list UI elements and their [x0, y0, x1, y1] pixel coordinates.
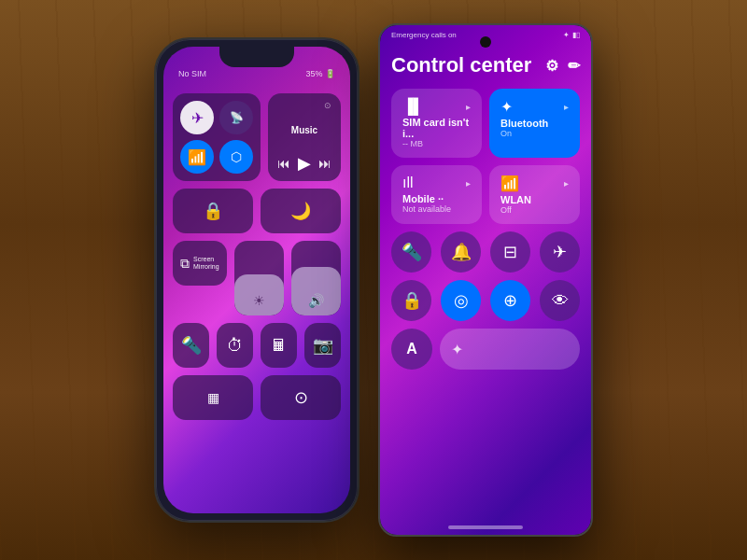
iphone-screen: No SIM 35% 🔋 ✈ 📡 📶 ⬡ ⊙	[163, 47, 350, 513]
lock-quick-button[interactable]: 🔒	[391, 280, 431, 321]
camera-button[interactable]: 📷	[304, 323, 341, 368]
wlan-arrow: ▸	[564, 178, 569, 189]
music-controls: ⏮ ▶ ⏭	[277, 153, 331, 174]
airplane-quick-button[interactable]: ✈	[540, 231, 580, 273]
translate-button[interactable]: ⊟	[490, 231, 530, 273]
android-device: Emergency calls on ✦ ▮▯ Control center ⚙…	[378, 23, 593, 537]
font-size-button[interactable]: A	[391, 329, 432, 370]
battery-status-icon: ▮▯	[572, 31, 580, 39]
sim-arrow: ▸	[466, 102, 471, 112]
mobile-data-tile[interactable]: ıll ▸ Mobile ·· Not available	[391, 165, 482, 224]
wifi-icon: 📶	[500, 175, 519, 192]
screen-mirroring-button[interactable]: ⧉ ScreenMirroring	[173, 241, 227, 286]
dnd-button[interactable]: ⊕	[490, 280, 530, 321]
bluetooth-button[interactable]: ⬡	[219, 140, 253, 174]
record-button[interactable]: ⊙	[261, 375, 341, 420]
edit-icon[interactable]: ✏	[568, 57, 580, 75]
next-button[interactable]: ⏭	[318, 156, 331, 171]
control-center-title: Control center	[391, 53, 531, 77]
emergency-label: Emergency calls on	[391, 31, 457, 39]
iphone-notch	[219, 47, 294, 67]
eye-button[interactable]: 👁	[540, 280, 580, 321]
do-not-disturb-button[interactable]: 🌙	[261, 189, 341, 233]
music-widget[interactable]: ⊙ Music ⏮ ▶ ⏭	[268, 93, 341, 181]
quick-actions-row-2: 🔒 ◎ ⊕ 👁	[391, 280, 580, 321]
cc-title-row: Control center ⚙ ✏	[391, 53, 580, 77]
iphone-last-row: ▦ ⊙	[173, 375, 341, 420]
bluetooth-status-icon: ✦	[563, 31, 570, 39]
bluetooth-tile[interactable]: ✦ ▸ Bluetooth On	[489, 89, 580, 158]
prev-button[interactable]: ⏮	[277, 156, 290, 171]
wlan-sub: Off	[500, 205, 569, 215]
wlan-tile-top: 📶 ▸	[500, 175, 569, 192]
android-home-indicator[interactable]	[448, 525, 523, 529]
battery-label: 35% 🔋	[305, 69, 335, 78]
sim-title: SIM card isn't i...	[402, 117, 471, 139]
timer-button[interactable]: ⏱	[217, 323, 253, 368]
play-button[interactable]: ▶	[298, 153, 311, 174]
brightness-icon: ✦	[451, 341, 463, 358]
location-button[interactable]: ◎	[441, 280, 481, 321]
network-row-1: ▐▌ ▸ SIM card isn't i... -- MB ✦ ▸ Bluet…	[391, 89, 580, 158]
bluetooth-arrow: ▸	[564, 102, 569, 112]
volume-slider[interactable]: 🔊	[291, 241, 341, 315]
android-screen: Emergency calls on ✦ ▮▯ Control center ⚙…	[380, 25, 591, 535]
flashlight-quick-button[interactable]: 🔦	[391, 231, 431, 273]
quick-actions-row-1: 🔦 🔔 ⊟ ✈	[391, 231, 580, 273]
rotation-lock-button[interactable]: 🔒	[173, 189, 253, 233]
notification-button[interactable]: 🔔	[441, 231, 481, 273]
carrier-label: No SIM	[178, 69, 206, 78]
wifi-button[interactable]: 📶	[180, 140, 214, 174]
android-brightness-slider[interactable]: ✦	[440, 329, 580, 370]
bluetooth-sub: On	[500, 129, 569, 138]
volume-down-button[interactable]	[154, 193, 157, 226]
wlan-title: WLAN	[500, 194, 569, 205]
cc-title-icons: ⚙ ✏	[545, 57, 580, 75]
mobile-arrow: ▸	[466, 178, 471, 189]
status-icons: ✦ ▮▯	[563, 31, 580, 39]
volume-up-button[interactable]	[154, 133, 157, 179]
sim-tile-top: ▐▌ ▸	[402, 98, 471, 115]
phones-container: No SIM 35% 🔋 ✈ 📡 📶 ⬡ ⊙	[0, 0, 747, 560]
calculator-button[interactable]: 🖩	[261, 323, 297, 368]
cellular-button[interactable]: 📡	[219, 101, 253, 134]
mobile-tile-top: ıll ▸	[402, 175, 471, 191]
sliders-row: ☀ 🔊	[234, 241, 341, 315]
mobile-icon: ıll	[402, 175, 414, 191]
settings-icon[interactable]: ⚙	[545, 57, 558, 75]
brightness-slider[interactable]: ☀	[234, 241, 284, 315]
sim-card-tile[interactable]: ▐▌ ▸ SIM card isn't i... -- MB	[391, 89, 482, 158]
android-camera-hole	[480, 36, 491, 48]
iphone-toggle-group: ✈ 📡 📶 ⬡	[173, 93, 261, 181]
flashlight-button[interactable]: 🔦	[173, 323, 209, 368]
screen-mirroring-label: ScreenMirroring	[193, 256, 219, 270]
qr-scanner-button[interactable]: ▦	[173, 375, 253, 420]
iphone-device: No SIM 35% 🔋 ✈ 📡 📶 ⬡ ⊙	[154, 37, 359, 523]
sim-icon: ▐▌	[402, 98, 424, 115]
iphone-bottom-row: 🔦 ⏱ 🖩 📷	[173, 323, 341, 368]
music-title: Music	[277, 125, 331, 135]
network-row-2: ıll ▸ Mobile ·· Not available 📶 ▸ WLAN O…	[391, 165, 580, 224]
iphone-control-center: ✈ 📡 📶 ⬡ ⊙ Music ⏮ ▶ ⏭	[173, 93, 341, 504]
android-bottom-actions: A ✦	[391, 329, 580, 370]
bluetooth-icon: ✦	[500, 98, 513, 116]
mobile-title: Mobile ··	[402, 193, 471, 204]
iphone-top-row: ✈ 📡 📶 ⬡ ⊙ Music ⏮ ▶ ⏭	[173, 93, 341, 181]
bluetooth-title: Bluetooth	[500, 118, 569, 129]
iphone-mirror-sliders-row: ⧉ ScreenMirroring ☀ 🔊	[173, 241, 341, 315]
android-control-center: Control center ⚙ ✏ ▐▌ ▸ SIM card isn't i…	[391, 53, 580, 516]
iphone-lock-row: 🔒 🌙	[173, 189, 341, 233]
mobile-sub: Not available	[402, 204, 471, 214]
iphone-status-bar: No SIM 35% 🔋	[163, 69, 350, 78]
bluetooth-tile-top: ✦ ▸	[500, 98, 569, 116]
sim-sub: -- MB	[402, 139, 471, 148]
airplane-mode-button[interactable]: ✈	[180, 101, 214, 134]
wlan-tile[interactable]: 📶 ▸ WLAN Off	[489, 165, 580, 224]
